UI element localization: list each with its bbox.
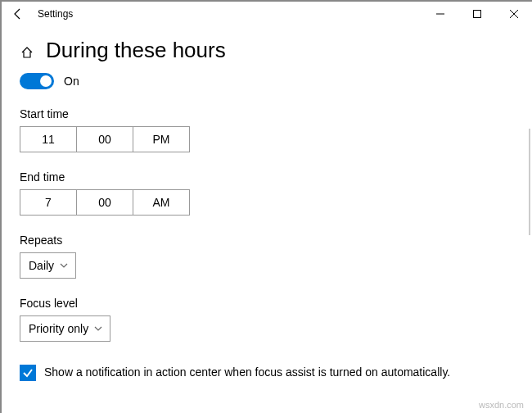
repeats-label: Repeats [20,234,514,247]
toggle-knob [40,75,52,87]
close-button[interactable] [495,2,532,26]
chevron-down-icon [93,324,103,334]
start-minute[interactable]: 00 [76,126,133,152]
focus-level-label: Focus level [20,297,514,310]
end-time-label: End time [20,170,514,184]
on-off-toggle[interactable] [20,73,54,89]
focus-level-dropdown[interactable]: Priority only [20,315,110,342]
start-time-label: Start time [20,107,514,120]
titlebar: Settings [2,2,532,26]
start-time-picker[interactable]: 11 00 PM [20,126,514,152]
back-button[interactable] [8,4,28,24]
repeats-dropdown[interactable]: Daily [20,252,76,279]
content-area: During these hours On Start time 11 00 P… [2,26,532,413]
notify-checkbox-label: Show a notification in action center whe… [44,365,450,380]
home-icon[interactable] [20,45,34,60]
start-hour[interactable]: 11 [20,126,77,152]
minimize-button[interactable] [422,2,458,26]
toggle-label: On [64,75,79,88]
svg-rect-1 [473,11,480,18]
notify-checkbox[interactable] [20,365,36,381]
focus-level-value: Priority only [29,322,88,335]
end-hour[interactable]: 7 [20,189,77,216]
end-minute[interactable]: 00 [76,189,133,216]
repeats-value: Daily [29,259,54,272]
end-time-picker[interactable]: 7 00 AM [20,189,514,216]
maximize-button[interactable] [458,2,495,26]
watermark: wsxdn.com [479,400,524,410]
window-title: Settings [38,8,73,20]
end-ampm[interactable]: AM [133,189,190,216]
scrollbar[interactable] [529,129,530,235]
page-title: During these hours [46,38,226,63]
start-ampm[interactable]: PM [133,126,190,152]
chevron-down-icon [59,261,69,270]
